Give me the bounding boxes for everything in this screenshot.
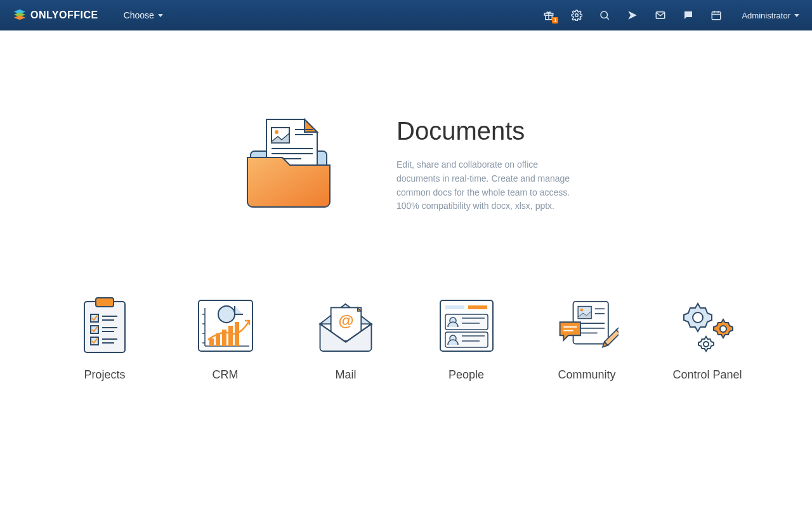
brand-text: ONLYOFFICE bbox=[30, 10, 98, 21]
module-label: CRM bbox=[213, 368, 239, 382]
module-label: Community bbox=[558, 368, 615, 382]
module-projects[interactable]: Projects bbox=[67, 293, 143, 382]
svg-point-5 bbox=[575, 14, 579, 17]
svg-point-15 bbox=[275, 130, 278, 134]
main-content: Documents Edit, share and collaborate on… bbox=[0, 30, 812, 382]
module-mail[interactable]: @ Mail bbox=[308, 293, 384, 382]
module-label: Control Panel bbox=[672, 368, 742, 382]
mail-module-icon: @ bbox=[314, 293, 377, 357]
chevron-down-icon bbox=[794, 14, 799, 17]
search-icon[interactable] bbox=[598, 9, 611, 22]
svg-point-61 bbox=[580, 308, 584, 311]
feed-icon[interactable] bbox=[626, 9, 639, 22]
svg-line-7 bbox=[607, 17, 609, 19]
crm-icon bbox=[193, 293, 257, 357]
svg-rect-39 bbox=[209, 338, 214, 346]
module-label: People bbox=[449, 368, 484, 382]
module-label: Mail bbox=[335, 368, 356, 382]
module-people[interactable]: People bbox=[428, 293, 504, 382]
topbar: ONLYOFFICE Choose 1 bbox=[0, 0, 812, 30]
svg-point-6 bbox=[601, 11, 608, 18]
svg-rect-9 bbox=[712, 12, 721, 20]
choose-menu[interactable]: Choose bbox=[124, 10, 163, 20]
chat-icon[interactable] bbox=[682, 9, 695, 22]
module-community[interactable]: Community bbox=[549, 293, 625, 382]
svg-marker-2 bbox=[14, 15, 25, 20]
svg-point-73 bbox=[693, 312, 703, 323]
mail-icon[interactable] bbox=[654, 9, 667, 22]
svg-text:@: @ bbox=[338, 311, 353, 328]
svg-point-74 bbox=[720, 326, 726, 332]
gift-icon[interactable]: 1 bbox=[542, 9, 555, 22]
svg-rect-41 bbox=[222, 330, 226, 346]
svg-rect-40 bbox=[216, 333, 220, 346]
module-control-panel[interactable]: Control Panel bbox=[669, 293, 745, 382]
gear-icon[interactable] bbox=[570, 9, 583, 22]
hero-text: Documents Edit, share and collaborate on… bbox=[396, 117, 580, 213]
svg-rect-49 bbox=[445, 305, 464, 309]
control-panel-icon bbox=[676, 293, 739, 357]
user-menu[interactable]: Administrator bbox=[742, 11, 799, 20]
svg-rect-22 bbox=[96, 298, 114, 307]
logo-icon bbox=[13, 8, 27, 22]
topbar-actions: 1 bbox=[542, 9, 723, 22]
modules-grid: Projects CRM bbox=[67, 293, 745, 382]
hero: Documents Edit, share and collaborate on… bbox=[232, 107, 580, 224]
module-label: Projects bbox=[84, 368, 125, 382]
documents-hero-icon bbox=[232, 107, 346, 224]
calendar-icon[interactable] bbox=[710, 9, 723, 22]
people-icon bbox=[435, 293, 498, 357]
community-icon bbox=[555, 293, 619, 357]
svg-rect-50 bbox=[468, 305, 487, 309]
svg-rect-42 bbox=[228, 326, 233, 346]
chevron-down-icon bbox=[158, 14, 163, 17]
user-label: Administrator bbox=[742, 11, 790, 20]
svg-rect-43 bbox=[235, 322, 239, 346]
gift-badge: 1 bbox=[552, 17, 558, 23]
module-crm[interactable]: CRM bbox=[187, 293, 263, 382]
hero-title: Documents bbox=[396, 117, 580, 145]
svg-point-75 bbox=[704, 342, 709, 347]
choose-label: Choose bbox=[124, 10, 154, 20]
brand-logo[interactable]: ONLYOFFICE bbox=[13, 8, 98, 22]
projects-icon bbox=[73, 293, 136, 357]
hero-description: Edit, share and collaborate on office do… bbox=[396, 158, 580, 213]
